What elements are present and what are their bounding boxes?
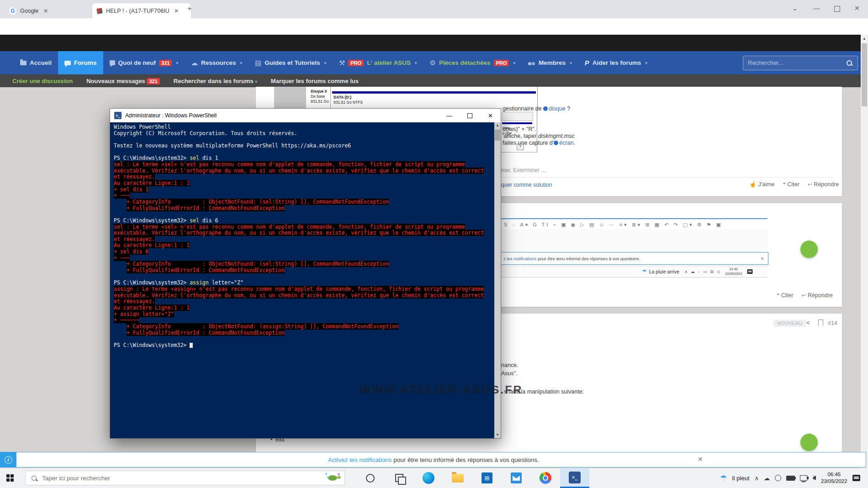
mark-solution-link[interactable]: quer comme solution: [501, 182, 552, 188]
forum-search-box[interactable]: [743, 56, 858, 70]
cite-button[interactable]: ❝ Citer: [783, 181, 799, 188]
nav-guides[interactable]: ▤ Guides et Tutoriels ▾: [249, 51, 333, 74]
store-button[interactable]: ⊞: [472, 468, 502, 488]
scroll-up-icon[interactable]: ▲: [494, 122, 501, 129]
powershell-titlebar[interactable]: >_ Administrateur : Windows PowerShell —…: [110, 109, 501, 122]
scroll-up-icon[interactable]: ▲: [863, 37, 866, 41]
window-minimize-button[interactable]: —: [813, 5, 820, 12]
nav-quoi-de-neuf[interactable]: Quoi de neuf 321 ▾: [103, 51, 185, 74]
hidden-icons-chevron[interactable]: ∧: [755, 475, 759, 482]
search-icon[interactable]: [847, 60, 852, 66]
speaker-icon[interactable]: [812, 476, 816, 480]
tab-google[interactable]: G Google ✕: [5, 3, 101, 18]
task-view-button[interactable]: [385, 468, 414, 488]
tab-forum[interactable]: HELP ! - (A17-TUF706IU-H7325T) ✕: [92, 3, 191, 18]
tab-close-icon[interactable]: ✕: [42, 8, 49, 14]
mark-read-link[interactable]: Marquer les forums comme lus: [271, 78, 359, 84]
forum-favicon: [96, 8, 103, 14]
chrome-button[interactable]: [531, 468, 560, 488]
post-number[interactable]: #14: [828, 320, 837, 326]
floating-feedback-bubble[interactable]: [800, 434, 818, 451]
ecran-link[interactable]: écran.: [559, 140, 575, 146]
disque-link[interactable]: disque: [549, 105, 566, 112]
google-favicon: G: [9, 7, 16, 15]
new-messages-link[interactable]: Nouveaux messages 321: [86, 78, 160, 84]
weather-label[interactable]: Il pleut: [732, 475, 749, 482]
ps-close-button[interactable]: ✕: [480, 109, 501, 122]
mail-button[interactable]: [502, 468, 531, 488]
notification-close-icon[interactable]: ✕: [698, 456, 703, 463]
paypal-icon: P: [585, 59, 589, 67]
taskbar-search-input[interactable]: [41, 474, 325, 482]
onedrive-cloud-icon[interactable]: ☁: [764, 475, 770, 482]
ps-maximize-button[interactable]: [460, 109, 480, 122]
partition-label: DATA (D:): [333, 95, 351, 100]
screen: G Google ✕ HELP ! - (A17-TUF706IU-H7325T…: [0, 0, 868, 488]
diskmgmt-command: diskmgmt.msc: [538, 133, 575, 139]
nav-atelier-asus[interactable]: ⚒ PRO L' atelier ASUS ▾: [333, 51, 423, 74]
like-button[interactable]: ☝ J'aime: [749, 181, 774, 188]
cortana-button[interactable]: [355, 468, 385, 488]
taskbar-app-icons: ⊞ >_: [355, 468, 589, 488]
chevron-down-icon: ▾: [415, 61, 417, 65]
powershell-icon: >_: [114, 112, 122, 119]
search-forums-link[interactable]: Rechercher dans les forums ▾: [174, 78, 257, 84]
scrollbar-thumb[interactable]: [862, 43, 867, 106]
cortana-icon: [366, 474, 375, 483]
window-close-button[interactable]: ✕: [854, 5, 860, 12]
console-scrollbar-thumb[interactable]: [495, 130, 500, 141]
gears-icon: ⚙: [430, 59, 436, 67]
floating-feedback-bubble[interactable]: [800, 241, 818, 258]
pro-badge: PRO: [348, 60, 364, 66]
close-icon: ✕: [761, 256, 764, 261]
taskbar-clock[interactable]: 06:4523/05/2022: [821, 471, 847, 485]
signature-text: iner, Exterminer ....: [501, 167, 547, 173]
share-post-icon[interactable]: <: [806, 319, 810, 326]
reply-button[interactable]: ↩ Répondre: [801, 292, 832, 299]
forum-search-input[interactable]: [743, 59, 847, 67]
chevron-down-icon: ▾: [255, 79, 257, 84]
embedded-tray-icons: ∧ ☁ ◌ ▭ ⊟ ◁: [685, 269, 720, 274]
post-text-fragment: Asus".: [501, 370, 518, 377]
edge-button[interactable]: [414, 468, 443, 488]
tab-close-icon[interactable]: ✕: [173, 8, 180, 14]
create-discussion-link[interactable]: Créer une discussion: [12, 78, 73, 84]
action-center-icon[interactable]: [852, 475, 860, 481]
nav-aider-forums[interactable]: P Aider les forums ▾: [578, 51, 654, 74]
editor-icons-row: S ◌ A▾ G Tt ⌁ ▣ ◉ ▷ ▤ ☺ ⋯ ≡▾ ≣▾ ⊞ ▦ ↶ ↷ …: [504, 222, 723, 228]
network-icon[interactable]: [800, 475, 807, 481]
bookmark-icon[interactable]: [818, 320, 823, 326]
task-view-icon: [395, 474, 403, 482]
file-explorer-button[interactable]: [443, 468, 472, 488]
reply-button[interactable]: ↩ Répondre: [808, 181, 839, 188]
nav-pieces-detachees[interactable]: ⚙ Pièces détachées PRO ▾: [423, 51, 522, 74]
scroll-down-icon[interactable]: ▼: [494, 432, 501, 438]
watermark-text: WWW.ATELIER-ASUS.FR: [360, 384, 523, 396]
nav-forums[interactable]: Forums: [58, 51, 103, 74]
tab-search-chevron-icon[interactable]: ⌄: [792, 5, 798, 12]
ps-minimize-button[interactable]: —: [439, 109, 460, 122]
divider: [500, 177, 833, 178]
book-icon: ▤: [255, 59, 261, 67]
umbrella-icon[interactable]: ☂: [720, 473, 727, 483]
embedded-notification-text: z les notifications pour être tenu infor…: [503, 256, 640, 261]
nav-ressources[interactable]: ☁ Ressources ▾: [185, 51, 249, 74]
thumb-up-icon: ☝: [749, 181, 757, 188]
inline-icon: [554, 141, 558, 145]
meet-now-icon[interactable]: [775, 475, 781, 481]
window-restore-button[interactable]: [834, 6, 840, 12]
taskbar-search-box[interactable]: [25, 471, 345, 485]
cite-button[interactable]: ❝ Citer: [777, 292, 793, 299]
notification-text: pour être tenu informé des réponses à vo…: [392, 457, 539, 463]
nav-accueil[interactable]: Accueil: [14, 51, 58, 74]
nav-membres[interactable]: Membres ▾: [522, 51, 578, 74]
post-actions: ❝ Citer ↩ Répondre: [777, 292, 833, 299]
new-tab-button[interactable]: +: [187, 4, 192, 13]
new-messages-badge: 321: [147, 78, 159, 84]
post-text-fragment: dows)" + "R".: [503, 126, 536, 132]
powershell-taskbar-button[interactable]: >_: [560, 468, 589, 488]
activate-notifications-link[interactable]: Activez les notifications: [328, 457, 392, 463]
battery-icon[interactable]: [786, 476, 795, 481]
divider: [330, 87, 331, 108]
start-button[interactable]: [6, 474, 14, 482]
